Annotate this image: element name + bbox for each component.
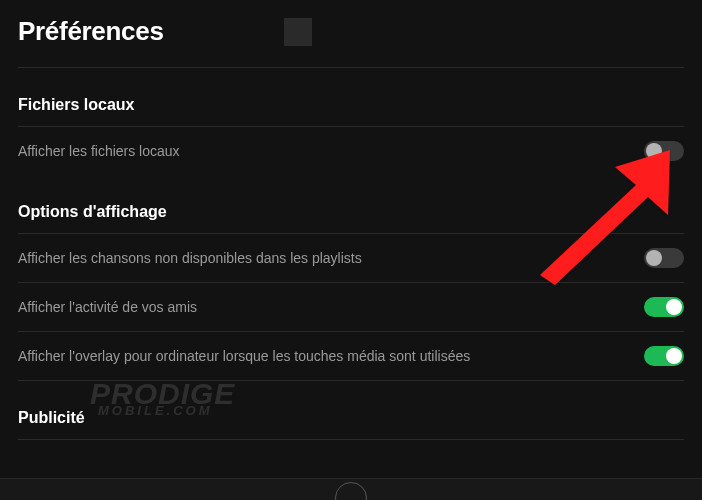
media-overlay-toggle[interactable]	[644, 346, 684, 366]
unavailable-songs-label: Afficher les chansons non disponibles da…	[18, 250, 362, 266]
row-media-overlay: Afficher l'overlay pour ordinateur lorsq…	[0, 332, 702, 380]
section-ads-title: Publicité	[0, 381, 702, 439]
player-bar	[0, 478, 702, 500]
page-title: Préférences	[18, 16, 164, 47]
local-files-label: Afficher les fichiers locaux	[18, 143, 180, 159]
header-indicator	[284, 18, 312, 46]
local-files-toggle[interactable]	[644, 141, 684, 161]
row-local-files: Afficher les fichiers locaux	[0, 127, 702, 175]
row-friends-activity: Afficher l'activité de vos amis	[0, 283, 702, 331]
play-button-icon[interactable]	[335, 482, 367, 501]
row-unavailable-songs: Afficher les chansons non disponibles da…	[0, 234, 702, 282]
divider	[18, 439, 684, 440]
friends-activity-label: Afficher l'activité de vos amis	[18, 299, 197, 315]
media-overlay-label: Afficher l'overlay pour ordinateur lorsq…	[18, 348, 470, 364]
section-display-title: Options d'affichage	[0, 175, 702, 233]
section-local-files-title: Fichiers locaux	[0, 68, 702, 126]
friends-activity-toggle[interactable]	[644, 297, 684, 317]
unavailable-songs-toggle[interactable]	[644, 248, 684, 268]
